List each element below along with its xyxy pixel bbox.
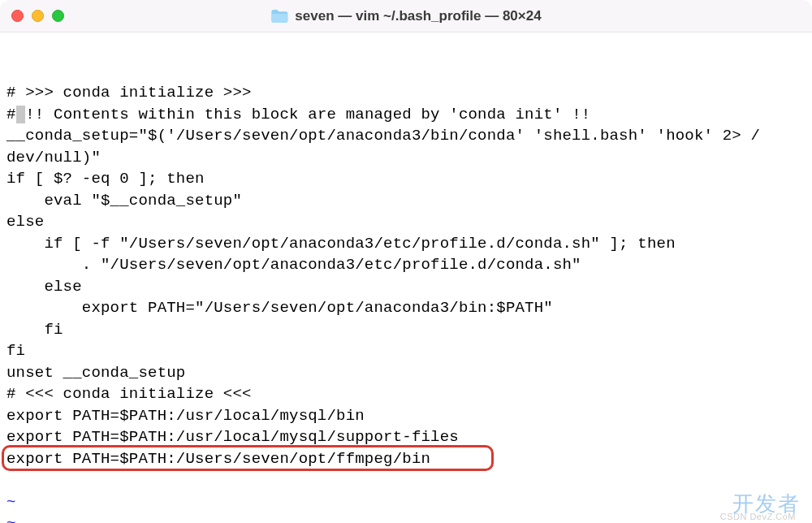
editor-line: export PATH="/Users/seven/opt/anaconda3/… [6,297,806,319]
close-button[interactable] [11,10,24,22]
editor-line: fi [6,340,806,362]
editor-line: # !! Contents within this block are mana… [6,104,806,126]
editor-line: fi [6,319,806,341]
editor-line: export PATH=$PATH:/usr/local/mysql/bin [6,405,806,427]
editor-line: dev/null)" [6,147,806,169]
editor-line: eval "$__conda_setup" [6,190,806,212]
window-titlebar: seven — vim ~/.bash_profile — 80×24 [0,0,812,32]
editor-line: if [ -f "/Users/seven/opt/anaconda3/etc/… [6,233,806,255]
vim-empty-line-tilde: ~ [6,512,806,523]
editor-line [6,61,806,83]
terminal-content[interactable]: # >>> conda initialize >>># !! Contents … [0,32,812,523]
editor-line: else [6,211,806,233]
traffic-lights [11,10,64,22]
editor-line: if [ $? -eq 0 ]; then [6,168,806,190]
window-title-container: seven — vim ~/.bash_profile — 80×24 [270,8,541,24]
editor-line: # >>> conda initialize >>> [6,82,806,104]
editor-line: export PATH=$PATH:/Users/seven/opt/ffmpe… [6,448,806,470]
editor-line: __conda_setup="$('/Users/seven/opt/anaco… [6,125,806,147]
cursor [16,106,26,123]
editor-line: unset __conda_setup [6,362,806,384]
folder-icon [270,9,288,24]
window-title: seven — vim ~/.bash_profile — 80×24 [295,8,541,24]
editor-line: . "/Users/seven/opt/anaconda3/etc/profil… [6,254,806,276]
editor-blank-line [6,469,806,491]
editor-line: # <<< conda initialize <<< [6,383,806,405]
editor-line: else [6,276,806,298]
editor-line: export PATH=$PATH:/usr/local/mysql/suppo… [6,426,806,448]
minimize-button[interactable] [32,10,44,22]
maximize-button[interactable] [52,10,64,22]
watermark-sub: CSDN DevZ.CoM [720,512,796,521]
vim-empty-line-tilde: ~ [6,491,806,513]
